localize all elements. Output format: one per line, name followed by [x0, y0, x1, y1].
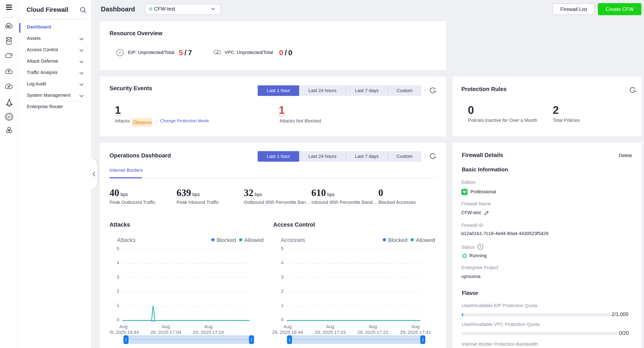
- svg-text:?: ?: [480, 245, 481, 249]
- svg-text:IP: IP: [118, 51, 121, 54]
- svg-text:IP: IP: [8, 115, 10, 119]
